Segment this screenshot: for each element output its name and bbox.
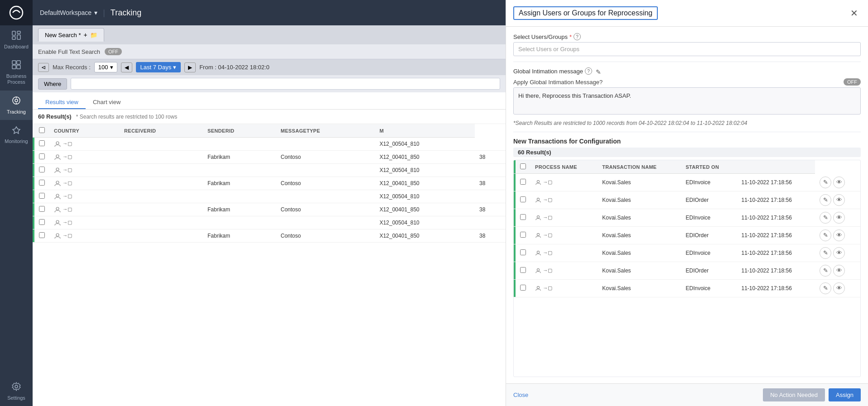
panel-row-checkbox[interactable] [520, 196, 526, 202]
table-row[interactable]: →▢ Fabrikam Contoso X12_00401_850 38 [33, 203, 506, 216]
row-checkbox[interactable] [39, 167, 45, 172]
panel-row-started[interactable]: 11-10-2022 17:18:56 [737, 244, 815, 262]
row-checkbox[interactable] [39, 140, 45, 146]
where-input[interactable] [71, 78, 500, 90]
panel-row-started[interactable]: 11-10-2022 17:18:56 [737, 279, 815, 297]
row-checkbox-cell[interactable] [34, 229, 49, 243]
row-checkbox[interactable] [39, 219, 45, 225]
panel-row-process[interactable]: Kovai.Sales [598, 191, 681, 209]
prev-button[interactable]: ◀ [121, 62, 132, 72]
apply-global-toggle[interactable]: OFF [844, 78, 861, 86]
panel-row-started[interactable]: 11-10-2022 17:18:56 [737, 191, 815, 209]
row-checkbox-cell[interactable] [34, 216, 49, 229]
edit-action-icon[interactable]: ✎ [820, 229, 831, 241]
panel-row-checkbox-cell[interactable] [516, 191, 530, 209]
tab-chart-view[interactable]: Chart view [86, 96, 128, 109]
panel-row-process[interactable]: Kovai.Sales [598, 209, 681, 226]
max-records-select[interactable]: 100 ▾ [94, 62, 117, 72]
view-action-icon[interactable]: 👁 [833, 282, 845, 294]
edit-action-icon[interactable]: ✎ [820, 247, 831, 259]
panel-row-process[interactable]: Kovai.Sales [598, 226, 681, 244]
full-text-search-toggle[interactable]: OFF [105, 48, 122, 55]
row-checkbox-cell[interactable] [34, 177, 49, 190]
message-textarea[interactable]: Hi there, Reprocess this Transaction ASA… [513, 87, 861, 115]
footer-close-link[interactable]: Close [513, 392, 528, 398]
panel-row-checkbox[interactable] [520, 179, 526, 185]
table-row[interactable]: →▢ X12_00504_810 [33, 138, 506, 151]
sidebar-item-monitoring[interactable]: Monitoring [0, 120, 33, 149]
view-action-icon[interactable]: 👁 [833, 247, 845, 259]
no-action-button[interactable]: No Action Needed [763, 388, 825, 401]
table-row[interactable]: →▢ X12_00504_810 [33, 216, 506, 229]
edit-action-icon[interactable]: ✎ [820, 212, 831, 224]
panel-row-started[interactable]: 11-10-2022 17:18:56 [737, 174, 815, 191]
row-checkbox[interactable] [39, 193, 45, 199]
row-checkbox-cell[interactable] [34, 190, 49, 203]
view-action-icon[interactable]: 👁 [833, 194, 845, 206]
panel-row-checkbox-cell[interactable] [516, 209, 530, 226]
row-checkbox-cell[interactable] [34, 203, 49, 216]
panel-table-row[interactable]: →▢ Kovai.Sales EDInvoice 11-10-2022 17:1… [514, 279, 860, 297]
row-checkbox-cell[interactable] [34, 151, 49, 164]
panel-row-started[interactable]: 11-10-2022 17:18:56 [737, 209, 815, 226]
edit-action-icon[interactable]: ✎ [820, 194, 831, 206]
panel-row-started[interactable]: 11-10-2022 17:18:56 [737, 262, 815, 279]
panel-row-checkbox-cell[interactable] [516, 244, 530, 262]
row-checkbox[interactable] [39, 232, 45, 238]
panel-table-row[interactable]: →▢ Kovai.Sales EDIOrder 11-10-2022 17:18… [514, 191, 860, 209]
row-checkbox[interactable] [39, 180, 45, 186]
panel-select-all-header[interactable] [516, 160, 530, 174]
row-checkbox-cell[interactable] [34, 164, 49, 177]
date-range-select[interactable]: Last 7 Days ▾ [136, 62, 181, 72]
panel-row-checkbox[interactable] [520, 249, 526, 255]
edit-action-icon[interactable]: ✎ [820, 265, 831, 277]
panel-row-process[interactable]: Kovai.Sales [598, 262, 681, 279]
results-table-container[interactable]: COUNTRY RECEIVERID SENDERID MESSAGETYPE … [33, 124, 506, 406]
panel-row-checkbox[interactable] [520, 285, 526, 291]
add-search-icon[interactable]: + [83, 31, 87, 38]
workspace-selector[interactable]: DefaultWorkspace ▾ [40, 9, 97, 16]
panel-row-checkbox[interactable] [520, 267, 526, 273]
open-search-icon[interactable]: 📁 [90, 32, 97, 38]
row-checkbox-cell[interactable] [34, 138, 49, 151]
assign-button[interactable]: Assign [829, 388, 861, 401]
panel-table-row[interactable]: →▢ Kovai.Sales EDIOrder 11-10-2022 17:18… [514, 262, 860, 279]
row-checkbox[interactable] [39, 153, 45, 159]
select-all-checkbox[interactable] [39, 127, 45, 133]
view-action-icon[interactable]: 👁 [833, 265, 845, 277]
row-checkbox[interactable] [39, 206, 45, 212]
panel-row-started[interactable]: 11-10-2022 17:18:56 [737, 226, 815, 244]
sidebar-item-tracking[interactable]: Tracking [0, 91, 33, 120]
sidebar-item-settings[interactable]: Settings [0, 377, 33, 406]
panel-row-process[interactable]: Kovai.Sales [598, 174, 681, 191]
table-row[interactable]: →▢ Fabrikam Contoso X12_00401_850 38 [33, 151, 506, 164]
table-row[interactable]: →▢ X12_00504_810 [33, 190, 506, 203]
select-users-help-icon[interactable]: ? [574, 33, 581, 40]
panel-close-button[interactable]: ✕ [848, 7, 861, 19]
edit-action-icon[interactable]: ✎ [820, 282, 831, 294]
panel-row-checkbox-cell[interactable] [516, 174, 530, 191]
panel-table-row[interactable]: →▢ Kovai.Sales EDIOrder 11-10-2022 17:18… [514, 226, 860, 244]
tab-results-view[interactable]: Results view [38, 96, 86, 109]
panel-table-row[interactable]: →▢ Kovai.Sales EDInvoice 11-10-2022 17:1… [514, 244, 860, 262]
panel-row-process[interactable]: Kovai.Sales [598, 244, 681, 262]
panel-table-container[interactable]: PROCESS NAME TRANSACTION NAME STARTED ON… [513, 160, 861, 377]
next-button[interactable]: ▶ [184, 62, 196, 72]
table-row[interactable]: →▢ Fabrikam Contoso X12_00401_850 38 [33, 177, 506, 190]
panel-row-checkbox-cell[interactable] [516, 279, 530, 297]
view-action-icon[interactable]: 👁 [833, 229, 845, 241]
view-action-icon[interactable]: 👁 [833, 177, 845, 188]
edit-action-icon[interactable]: ✎ [820, 177, 831, 188]
panel-select-all-checkbox[interactable] [520, 163, 526, 169]
panel-table-row[interactable]: →▢ Kovai.Sales EDInvoice 11-10-2022 17:1… [514, 174, 860, 191]
panel-row-checkbox-cell[interactable] [516, 262, 530, 279]
select-users-input[interactable]: Select Users or Groups [513, 42, 861, 56]
sidebar-item-business-process[interactable]: Business Process [0, 55, 33, 91]
collapse-button[interactable]: ⊲ [38, 63, 49, 72]
view-action-icon[interactable]: 👁 [833, 212, 845, 224]
panel-row-checkbox-cell[interactable] [516, 226, 530, 244]
panel-row-checkbox[interactable] [520, 214, 526, 220]
panel-table-row[interactable]: →▢ Kovai.Sales EDInvoice 11-10-2022 17:1… [514, 209, 860, 226]
sidebar-item-dashboard[interactable]: Dashboard [0, 25, 33, 55]
panel-row-process[interactable]: Kovai.Sales [598, 279, 681, 297]
